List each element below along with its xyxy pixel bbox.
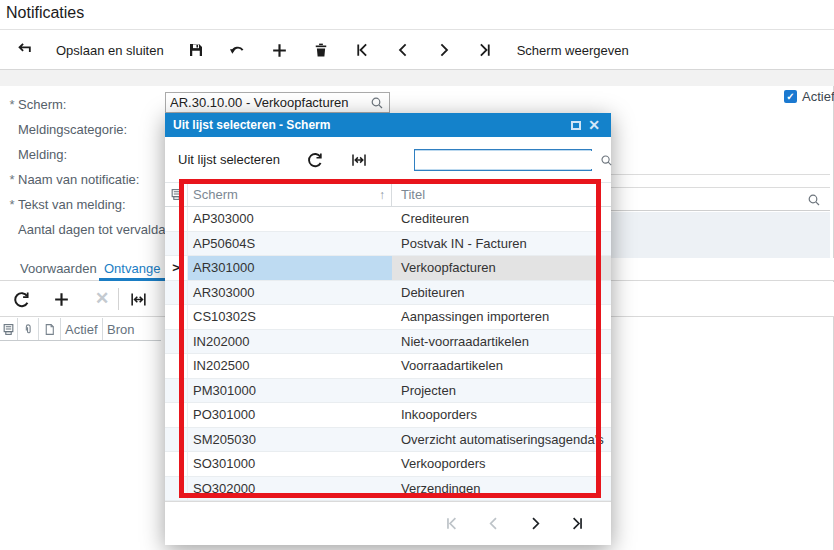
cell-titel[interactable]: Overzicht automatiseringsagenda's: [392, 428, 611, 452]
meldingscategorie-label-row: Meldingscategorie:: [0, 117, 127, 142]
fit-to-screen-button[interactable]: [129, 290, 148, 309]
row-marker-cell: [165, 281, 188, 305]
cell-titel[interactable]: Debiteuren: [392, 281, 611, 305]
undo-icon: [228, 41, 247, 60]
naam-label-row: * Naam van notificatie:: [0, 167, 139, 192]
sort-ascending-icon: ↑: [379, 188, 385, 202]
delete-button[interactable]: [312, 41, 330, 59]
modal-grid-row[interactable]: AP50604SPostvak IN - Facturen: [165, 232, 611, 257]
tab-ontvangers[interactable]: Ontvange: [104, 261, 162, 276]
modal-grid-row[interactable]: PO301000Inkooporders: [165, 403, 611, 428]
modal-grid-row[interactable]: IN202000Niet-voorraadartikelen: [165, 330, 611, 355]
cell-titel[interactable]: Postvak IN - Facturen: [392, 232, 611, 256]
cell-scherm[interactable]: IN202000: [188, 330, 392, 354]
modal-grid-row[interactable]: SO302000Verzendingen: [165, 477, 611, 502]
modal-titlebar[interactable]: Uit lijst selecteren - Scherm ✕: [165, 113, 611, 137]
cell-titel[interactable]: Niet-voorraadartikelen: [392, 330, 611, 354]
modal-title: Uit lijst selecteren - Scherm: [173, 118, 567, 132]
previous-record-button[interactable]: [394, 41, 412, 59]
scherm-lookup-field[interactable]: AR.30.10.00 - Verkoopfacturen: [165, 92, 390, 113]
undo-button[interactable]: [228, 41, 247, 60]
cell-scherm[interactable]: AR303000: [188, 281, 392, 305]
delete-row-button-disabled[interactable]: ✕: [95, 288, 109, 309]
active-tab-underline: [99, 278, 166, 281]
required-marker: *: [6, 197, 18, 212]
add-button[interactable]: [270, 41, 289, 60]
page-title: Notificaties: [6, 4, 84, 22]
grid-settings-icon[interactable]: [0, 318, 18, 340]
melding-label: Melding:: [18, 147, 67, 162]
select-from-list-modal: Uit lijst selecteren - Scherm ✕ Uit lijs…: [165, 113, 611, 545]
cell-titel[interactable]: Crediteuren: [392, 207, 611, 231]
cell-titel[interactable]: Verzendingen: [392, 477, 611, 501]
first-page-icon[interactable]: [443, 515, 460, 532]
modal-grid-row[interactable]: >AR301000Verkoopfacturen: [165, 256, 611, 281]
refresh-button[interactable]: [306, 151, 324, 169]
row-marker-cell: [165, 305, 188, 329]
cell-scherm[interactable]: AP50604S: [188, 232, 392, 256]
cell-titel[interactable]: Voorraadartikelen: [392, 354, 611, 378]
actief-checkbox[interactable]: ✓: [784, 90, 797, 103]
modal-grid-row[interactable]: AP303000Crediteuren: [165, 207, 611, 232]
refresh-button[interactable]: [12, 290, 31, 309]
scherm-header-label: Scherm: [193, 187, 238, 202]
modal-search-input[interactable]: [415, 151, 599, 169]
first-record-button[interactable]: [353, 41, 371, 59]
cell-scherm[interactable]: SO302000: [188, 477, 392, 501]
modal-grid-row[interactable]: AR303000Debiteuren: [165, 281, 611, 306]
maximize-button[interactable]: [567, 121, 585, 130]
close-button[interactable]: ✕: [585, 117, 603, 133]
previous-page-icon[interactable]: [485, 515, 502, 532]
scherm-field-value: AR.30.10.00 - Verkoopfacturen: [170, 95, 369, 110]
modal-grid-header: Scherm ↑ Titel: [165, 182, 611, 207]
tab-voorwaarden[interactable]: Voorwaarden: [20, 261, 97, 276]
cell-scherm[interactable]: PM301000: [188, 379, 392, 403]
trash-icon: [312, 41, 330, 59]
column-header-scherm[interactable]: Scherm ↑: [188, 183, 392, 206]
cell-titel[interactable]: Aanpassingen importeren: [392, 305, 611, 329]
selected-row-marker: >: [165, 256, 188, 280]
show-screen-button[interactable]: Scherm weergeven: [517, 43, 629, 58]
save-floppy-icon: [187, 41, 205, 59]
cell-scherm[interactable]: SM205030: [188, 428, 392, 452]
column-header-bron[interactable]: Bron: [103, 318, 161, 340]
required-marker: *: [6, 97, 18, 112]
column-header-titel[interactable]: Titel: [392, 183, 611, 206]
save-and-close-button[interactable]: Opslaan en sluiten: [56, 43, 164, 58]
cell-scherm[interactable]: PO301000: [188, 403, 392, 427]
fit-width-icon: [129, 290, 148, 309]
modal-grid-row[interactable]: CS10302SAanpassingen importeren: [165, 305, 611, 330]
cell-scherm[interactable]: AP303000: [188, 207, 392, 231]
cell-scherm[interactable]: AR301000: [188, 256, 392, 280]
modal-grid-row[interactable]: SO301000Verkooporders: [165, 452, 611, 477]
modal-grid-row[interactable]: IN202500Voorraadartikelen: [165, 354, 611, 379]
actief-checkbox-row: ✓ Actief: [784, 89, 834, 104]
lower-grid-header: Actief Bron: [0, 318, 161, 341]
modal-grid-row[interactable]: PM301000Projecten: [165, 379, 611, 404]
search-icon[interactable]: [369, 95, 385, 111]
last-record-button[interactable]: [476, 41, 494, 59]
cell-titel[interactable]: Projecten: [392, 379, 611, 403]
first-record-icon: [353, 41, 371, 59]
scherm-label-row: * Scherm:: [0, 92, 66, 117]
cell-titel[interactable]: Verkoopfacturen: [392, 256, 611, 280]
fit-to-screen-button[interactable]: [350, 151, 368, 169]
cell-scherm[interactable]: IN202500: [188, 354, 392, 378]
cell-titel[interactable]: Inkooporders: [392, 403, 611, 427]
add-row-button[interactable]: [52, 290, 71, 309]
melding-label-row: Melding:: [0, 142, 67, 167]
search-icon[interactable]: [599, 153, 614, 168]
row-marker-cell: [165, 232, 188, 256]
last-page-icon[interactable]: [569, 515, 586, 532]
modal-toolbar: Uit lijst selecteren: [165, 137, 611, 182]
grid-settings-icon[interactable]: [165, 183, 188, 206]
next-record-button[interactable]: [435, 41, 453, 59]
cell-scherm[interactable]: CS10302S: [188, 305, 392, 329]
cell-scherm[interactable]: SO301000: [188, 452, 392, 476]
cell-titel[interactable]: Verkooporders: [392, 452, 611, 476]
next-page-icon[interactable]: [527, 515, 544, 532]
column-header-actief[interactable]: Actief: [61, 318, 103, 340]
cancel-back-button[interactable]: [14, 41, 33, 60]
modal-grid-row[interactable]: SM205030Overzicht automatiseringsagenda'…: [165, 428, 611, 453]
save-button[interactable]: [187, 41, 205, 59]
